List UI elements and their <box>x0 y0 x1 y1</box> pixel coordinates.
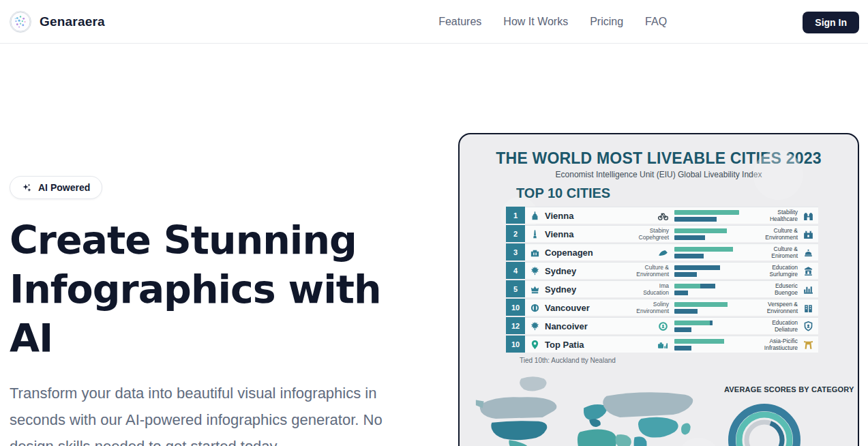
dome-icon <box>803 247 814 258</box>
score-bar <box>674 302 739 307</box>
table-row: 1ViennaStabilityHealthcare <box>506 207 805 224</box>
city-name: Copenagen <box>541 248 612 258</box>
score-bar <box>674 272 739 277</box>
city-name: Sydney <box>541 266 612 276</box>
row-subtext: ImaSducation <box>643 282 669 296</box>
table-row: 10Top PatiaAsia-PicificInfrastiucture <box>506 336 805 353</box>
category-label: StabilityHealthcare <box>742 209 798 222</box>
score-bar <box>674 321 739 325</box>
pavilion-icon <box>803 265 814 277</box>
main-nav: Features How It Works Pricing FAQ <box>438 16 667 28</box>
nav-item-pricing[interactable]: Pricing <box>590 16 623 28</box>
nav-item-how-it-works[interactable]: How It Works <box>503 16 568 28</box>
avg-scores-heading: AVERAGE SCORES BY CATEGORY <box>724 385 854 393</box>
shield-icon <box>803 321 814 332</box>
avg-scores-donut-chart <box>723 399 805 446</box>
pin-icon <box>530 340 540 350</box>
category-label: Asia-PicificInfrastiucture <box>742 338 798 351</box>
briefcase-chart-icon <box>657 339 669 351</box>
rank-cell: 4 <box>506 262 525 279</box>
score-bar <box>674 339 739 344</box>
score-bar <box>674 265 739 270</box>
city-name: Sydney <box>541 284 612 295</box>
city-name: Vienna <box>541 229 612 239</box>
brand-name: Genaraera <box>40 14 105 29</box>
mermaid-icon <box>657 247 669 258</box>
score-bar <box>674 346 739 351</box>
sparkles-icon <box>22 183 32 193</box>
crown-icon <box>530 284 540 295</box>
city-name: Vienna <box>541 211 612 221</box>
rank-cell: 12 <box>506 317 525 334</box>
score-bar <box>674 284 739 288</box>
score-bar <box>674 217 739 222</box>
rank-cell: 5 <box>506 280 525 297</box>
rank-cell: 10 <box>506 299 525 316</box>
church-icon <box>530 211 540 221</box>
score-bar <box>674 247 739 252</box>
cities-table: 1ViennaStabilityHealthcare2ViennaStabiny… <box>506 207 805 354</box>
page-title-line3: AI <box>10 314 443 363</box>
score-bar <box>674 291 739 295</box>
rank-cell: 2 <box>506 225 525 242</box>
score-bar <box>674 210 739 215</box>
row-subtext: SolinyEnvironment <box>636 301 669 314</box>
torii-icon <box>803 339 814 351</box>
nav-item-faq[interactable]: FAQ <box>645 16 667 28</box>
maple-leaf-icon <box>530 321 540 331</box>
table-row: 10VancouverSolinyEnvironmentVerspeen &En… <box>506 299 805 316</box>
category-label: Culture &Environment <box>742 227 798 241</box>
ai-powered-label: AI Powered <box>38 182 90 193</box>
skyline-icon <box>803 284 814 295</box>
obelisk-icon <box>530 229 540 239</box>
page-title: Create Stunning Infographics with AI <box>10 216 443 363</box>
category-label: EducationDeliature <box>742 319 798 333</box>
category-label: EdusericBuengoe <box>742 282 798 296</box>
top-navigation-bar: Genaraera Features How It Works Pricing … <box>0 0 868 44</box>
gate-icon <box>803 210 814 222</box>
score-bar <box>674 235 739 240</box>
score-bar <box>674 327 739 332</box>
infographic-subtitle: Economist Intelligence Unit (EIU) Global… <box>460 170 858 179</box>
nav-item-features[interactable]: Features <box>438 16 481 28</box>
score-bar <box>674 254 739 258</box>
category-label: Verspeen &Environnent <box>742 301 798 314</box>
city-name: Top Patia <box>541 340 612 350</box>
score-bar <box>674 228 739 233</box>
top-10-cities-heading: TOP 10 CITIES <box>516 185 610 201</box>
sign-in-button[interactable]: Sign In <box>803 12 859 33</box>
infographic-title: THE WORLD MOST LIVEABLE CITIES 2023 <box>460 149 858 168</box>
category-label: EducationSurlurngire <box>742 264 798 278</box>
hero-description: Transform your data into beautiful visua… <box>10 381 427 446</box>
rank-cell: 3 <box>506 243 525 261</box>
rank-cell: 10 <box>506 336 525 353</box>
ai-powered-badge: AI Powered <box>10 176 102 199</box>
castle-icon <box>803 228 814 240</box>
towers-icon <box>803 302 814 314</box>
score-bar <box>674 309 739 314</box>
table-row: 12NancoiverEducationDeliature <box>506 317 805 334</box>
brand-logo-icon <box>10 11 31 33</box>
infographic-preview-card: THE WORLD MOST LIVEABLE CITIES 2023 Econ… <box>458 133 859 446</box>
brand[interactable]: Genaraera <box>10 11 105 33</box>
bicycle-icon <box>657 210 669 222</box>
table-row: 2ViennaStabinyCopehgreetCulture &Environ… <box>506 225 805 242</box>
row-subtext: Culture &Environment <box>636 264 669 278</box>
flag-circle-icon <box>530 303 540 313</box>
rank-cell: 1 <box>506 207 525 224</box>
page-title-line1: Create Stunning <box>10 216 443 265</box>
category-label: Culture &Eniroment <box>742 246 798 259</box>
hero-section: AI Powered Create Stunning Infographics … <box>10 176 443 446</box>
city-name: Nancoiver <box>541 321 612 331</box>
table-row: 5SydneyImaSducationEdusericBuengoe <box>506 280 805 297</box>
table-row: 3CopenagenCulture &Eniroment <box>506 243 805 261</box>
maple-leaf-icon <box>530 266 540 276</box>
page-title-line2: Infographics with <box>10 265 443 314</box>
round-badge-icon <box>657 321 669 332</box>
world-map <box>472 368 712 446</box>
table-row: 4SydneyCulture &EnvironmentEducationSurl… <box>506 262 805 279</box>
bank-icon <box>530 248 540 258</box>
row-subtext: StabinyCopehgreet <box>639 227 669 241</box>
tied-footnote: Tied 10th: Auckland tty Nealand <box>520 357 616 364</box>
city-name: Vancouver <box>541 303 612 313</box>
